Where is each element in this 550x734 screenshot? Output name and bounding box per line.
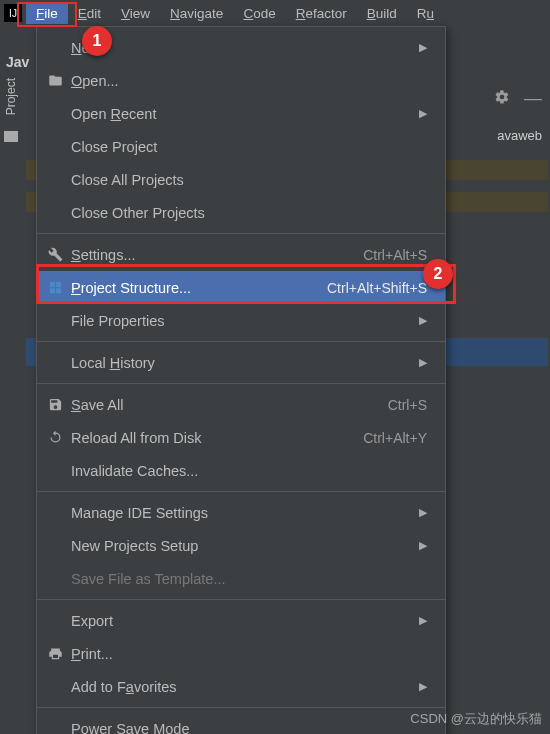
menu-item-save-file-as-template: Save File as Template... [37,562,445,595]
tool-window-bar: Project [0,78,22,142]
save-icon [45,397,65,412]
menu-item-close-project[interactable]: Close Project [37,130,445,163]
menu-item-label: Add to Favorites [71,679,411,695]
panel-toolbar: — [494,88,542,109]
file-menu-dropdown: New▶Open...Open Recent▶Close ProjectClos… [36,26,446,734]
menu-item-open-recent[interactable]: Open Recent▶ [37,97,445,130]
menu-refactor[interactable]: Refactor [286,3,357,24]
main-menubar: IJ FileEditViewNavigateCodeRefactorBuild… [0,0,550,26]
menu-item-close-all-projects[interactable]: Close All Projects [37,163,445,196]
menu-item-file-properties[interactable]: File Properties▶ [37,304,445,337]
menu-shortcut: Ctrl+Alt+Y [363,430,427,446]
menu-item-power-save-mode[interactable]: Power Save Mode [37,712,445,734]
menu-shortcut: Ctrl+S [388,397,427,413]
menu-navigate[interactable]: Navigate [160,3,233,24]
reload-icon [45,430,65,445]
menu-item-label: Print... [71,646,427,662]
menu-item-settings[interactable]: Settings...Ctrl+Alt+S [37,238,445,271]
menu-item-invalidate-caches[interactable]: Invalidate Caches... [37,454,445,487]
menu-item-label: Close All Projects [71,172,427,188]
menu-item-local-history[interactable]: Local History▶ [37,346,445,379]
chevron-right-icon: ▶ [419,614,427,627]
menu-item-export[interactable]: Export▶ [37,604,445,637]
menu-item-label: Open Recent [71,106,411,122]
menu-item-manage-ide-settings[interactable]: Manage IDE Settings▶ [37,496,445,529]
menu-item-open[interactable]: Open... [37,64,445,97]
menu-separator [37,599,445,600]
chevron-right-icon: ▶ [419,41,427,54]
chevron-right-icon: ▶ [419,506,427,519]
menu-item-label: Reload All from Disk [71,430,363,446]
menu-separator [37,491,445,492]
menu-item-project-structure[interactable]: Project Structure...Ctrl+Alt+Shift+S [37,271,445,304]
menu-item-print[interactable]: Print... [37,637,445,670]
folder-icon [45,73,65,88]
chevron-right-icon: ▶ [419,356,427,369]
menu-item-label: Project Structure... [71,280,327,296]
menu-item-label: Settings... [71,247,363,263]
menu-separator [37,341,445,342]
menu-item-save-all[interactable]: Save AllCtrl+S [37,388,445,421]
menu-item-label: Save All [71,397,388,413]
menu-item-label: Close Project [71,139,427,155]
menu-item-new-projects-setup[interactable]: New Projects Setup▶ [37,529,445,562]
annotation-callout-2: 2 [423,259,453,289]
menu-item-label: Save File as Template... [71,571,427,587]
app-icon: IJ [4,4,22,22]
menu-item-reload-all-from-disk[interactable]: Reload All from DiskCtrl+Alt+Y [37,421,445,454]
project-tool-button[interactable]: Project [4,78,18,115]
chevron-right-icon: ▶ [419,680,427,693]
menu-item-label: Manage IDE Settings [71,505,411,521]
wrench-icon [45,247,65,262]
chevron-right-icon: ▶ [419,539,427,552]
annotation-callout-1: 1 [82,26,112,56]
menu-file[interactable]: File [26,3,68,24]
menu-separator [37,233,445,234]
menu-separator [37,383,445,384]
menu-item-close-other-projects[interactable]: Close Other Projects [37,196,445,229]
project-breadcrumb: Jav [0,46,35,78]
menu-edit[interactable]: Edit [68,3,111,24]
chevron-right-icon: ▶ [419,107,427,120]
chevron-right-icon: ▶ [419,314,427,327]
menu-item-label: New Projects Setup [71,538,411,554]
menu-item-label: Local History [71,355,411,371]
pstruct-icon [45,280,65,295]
menu-item-add-to-favorites[interactable]: Add to Favorites▶ [37,670,445,703]
menu-view[interactable]: View [111,3,160,24]
menu-item-label: Export [71,613,411,629]
printer-icon [45,646,65,661]
menu-shortcut: Ctrl+Alt+Shift+S [327,280,427,296]
gear-icon[interactable] [494,89,510,108]
hide-icon[interactable]: — [524,88,542,109]
menu-shortcut: Ctrl+Alt+S [363,247,427,263]
watermark: CSDN @云边的快乐猫 [410,710,542,728]
menu-item-label: New [71,40,411,56]
menu-item-label: Close Other Projects [71,205,427,221]
menu-item-label: Invalidate Caches... [71,463,427,479]
menu-run[interactable]: Ru [407,3,444,24]
menu-item-label: Open... [71,73,427,89]
menu-separator [37,707,445,708]
menu-code[interactable]: Code [233,3,285,24]
menu-item-label: Power Save Mode [71,721,427,735]
header-right-fragment: avaweb [497,128,542,143]
menu-item-label: File Properties [71,313,411,329]
menu-build[interactable]: Build [357,3,407,24]
folder-icon[interactable] [4,131,18,142]
